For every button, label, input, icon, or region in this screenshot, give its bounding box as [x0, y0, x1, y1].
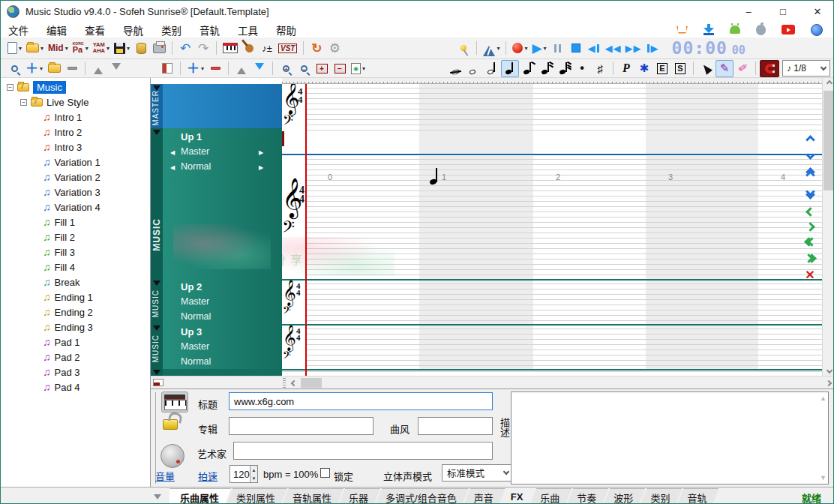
snap-value-select[interactable]: ♪ 1/8 — [782, 60, 830, 76]
apple-icon[interactable] — [756, 25, 766, 35]
bottom-tab[interactable]: 多调式/组合音色 — [375, 488, 469, 504]
symbol-button[interactable]: S — [671, 60, 689, 77]
master-score-lane[interactable]: 𝄞 44 𝄢 — [282, 84, 822, 154]
move-down-button[interactable] — [107, 60, 125, 77]
thirtysecond-note-button[interactable] — [555, 60, 573, 77]
note-event[interactable] — [430, 165, 438, 184]
track-down-button[interactable] — [250, 60, 268, 77]
splitter-grip[interactable] — [283, 378, 286, 388]
eighth-note-button[interactable] — [519, 60, 537, 77]
sharp-button[interactable]: ♯ — [591, 60, 609, 77]
collapse-triangle-icon[interactable] — [153, 280, 160, 290]
youtube-icon[interactable] — [782, 25, 795, 34]
maximize-button[interactable]: □ — [766, 1, 800, 22]
longa-note-button[interactable] — [447, 60, 465, 77]
add-track-button[interactable]: ＋▾ — [184, 60, 206, 77]
scrollbar-down-arrow[interactable] — [823, 365, 834, 376]
master-track-header[interactable]: MASTER R S M — [151, 84, 282, 128]
redo-button[interactable]: ↷ — [194, 40, 212, 57]
zoom-in-button[interactable]: + — [277, 60, 295, 77]
up2-track-header[interactable]: MUSIC Up 2 Master Normal R S M — [151, 279, 282, 324]
jump-left-button[interactable] — [800, 235, 820, 248]
track-name[interactable]: Up 3 — [181, 326, 202, 338]
settings-button[interactable]: ⚙ — [326, 40, 344, 57]
vst-button[interactable]: VST — [276, 40, 299, 57]
move-up-button[interactable] — [89, 60, 107, 77]
stereo-mode-select[interactable]: 标准模式 — [442, 464, 514, 482]
transpose-button[interactable]: ♪± — [258, 40, 276, 57]
menu-item[interactable]: 帮助 — [276, 22, 296, 38]
minimize-button[interactable]: – — [731, 1, 766, 22]
remove-category-button[interactable] — [63, 60, 81, 77]
layout-icon[interactable] — [153, 379, 164, 386]
tempo-spinner[interactable]: 120 ▲▼ — [230, 465, 258, 483]
bottom-tab[interactable]: 音轨属性 — [282, 488, 344, 504]
select-tool-button[interactable] — [698, 60, 716, 77]
play-button[interactable]: ▶▾ — [530, 40, 549, 57]
track-name[interactable]: Up 1 — [181, 131, 202, 142]
tree-item[interactable]: ♫ Pad 3 — [1, 364, 150, 380]
pause-button[interactable] — [549, 40, 567, 57]
half-note-button[interactable] — [483, 60, 501, 77]
download-icon[interactable] — [704, 24, 714, 35]
bottom-tab[interactable]: 乐曲属性 — [170, 488, 231, 504]
shrink-staff-button[interactable]: − — [331, 60, 349, 77]
stop-button[interactable] — [567, 40, 585, 57]
bottom-tab[interactable]: 波形 — [603, 488, 645, 504]
tree-item[interactable]: ♫ Fill 1 — [1, 214, 150, 230]
bottom-tab[interactable]: 音轨 — [676, 488, 718, 504]
collapse-group-toggle[interactable]: − — [20, 99, 27, 106]
menu-item[interactable]: 导航 — [123, 22, 143, 38]
track-panel-button[interactable] — [158, 60, 176, 77]
tempo-link[interactable]: 拍速 — [198, 469, 218, 483]
track-mode[interactable]: Normal — [181, 161, 211, 172]
tree-item[interactable]: ♫ Ending 1 — [1, 290, 150, 304]
guitar-button[interactable] — [240, 40, 258, 57]
step-back-button[interactable]: ◀ — [585, 40, 603, 57]
tree-root-music[interactable]: Music — [33, 81, 66, 94]
tree-item[interactable]: ♫ Fill 4 — [1, 260, 150, 274]
menu-item[interactable]: 类别 — [161, 22, 182, 38]
add-category-button[interactable]: ＋▾ — [23, 60, 45, 77]
description-textarea[interactable]: ▲▼ — [511, 392, 829, 484]
collapse-triangle-icon[interactable] — [153, 130, 160, 139]
tree-item[interactable]: ♫ Pad 4 — [1, 380, 150, 394]
measure-ruler[interactable] — [282, 78, 822, 84]
tree-item[interactable]: ♫ Intro 2 — [1, 124, 150, 140]
bottom-tab[interactable]: 类别 — [640, 488, 682, 504]
tree-item[interactable]: ♫ Pad 2 — [1, 350, 150, 364]
collapse-root-toggle[interactable]: − — [7, 84, 14, 91]
volume-link[interactable]: 音量 — [155, 469, 175, 483]
tree-group-live-style[interactable]: Live Style — [46, 97, 88, 108]
menu-item[interactable]: 查看 — [85, 22, 105, 38]
midi-import-button[interactable]: Mid▾ — [46, 40, 70, 57]
track-output[interactable]: Master — [181, 146, 209, 157]
collapse-triangle-icon[interactable] — [153, 326, 160, 334]
quarter-note-button[interactable] — [501, 60, 519, 77]
export-audio-button[interactable] — [132, 40, 150, 57]
tree-item[interactable]: ♫ Intro 3 — [1, 140, 150, 154]
undo-button[interactable]: ↶ — [176, 40, 194, 57]
website-globe-icon[interactable] — [811, 24, 823, 36]
volume-knob-icon[interactable] — [160, 444, 184, 468]
horizontal-scrollbar[interactable] — [151, 376, 834, 388]
expression-button[interactable]: E — [653, 60, 671, 77]
shop-cart-icon[interactable] — [676, 26, 688, 34]
title-input[interactable]: www.x6g.com — [229, 392, 493, 410]
close-button[interactable]: ✕ — [800, 1, 834, 22]
scroll-down-button[interactable] — [800, 148, 820, 161]
up2-score-lane[interactable]: 𝄞 44 𝄢 — [282, 280, 822, 324]
tempo-lock-checkbox[interactable] — [320, 468, 330, 478]
scroll-up-button[interactable] — [800, 133, 820, 146]
bottom-tab[interactable]: FX — [500, 488, 536, 504]
step-left-button[interactable] — [800, 205, 820, 218]
search-button[interactable] — [5, 60, 23, 77]
vertical-scrollbar[interactable] — [822, 78, 834, 376]
virtual-keyboard-button[interactable] — [220, 40, 240, 57]
unlocked-padlock-icon[interactable] — [163, 419, 178, 430]
android-icon[interactable] — [730, 26, 740, 34]
tree-item[interactable]: ♫ Variation 4 — [1, 200, 150, 214]
scrollbar-left-arrow[interactable] — [288, 377, 299, 388]
sixteenth-note-button[interactable] — [537, 60, 555, 77]
tree-item[interactable]: ♫ Variation 1 — [1, 154, 150, 170]
